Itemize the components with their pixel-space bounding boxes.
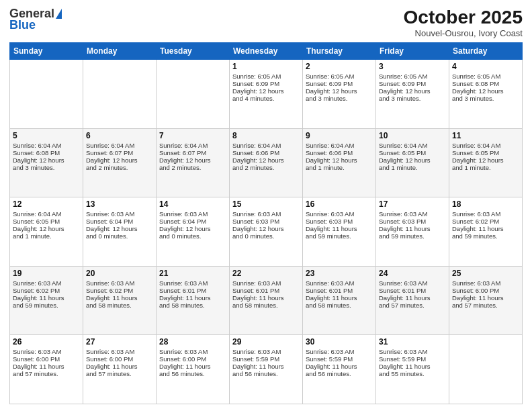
day-info: and 57 minutes. [86, 370, 153, 377]
week-row-2: 5Sunrise: 6:04 AMSunset: 6:08 PMDaylight… [10, 128, 523, 197]
day-info: Sunset: 6:03 PM [232, 218, 300, 225]
day-info: Daylight: 12 hours [232, 87, 300, 95]
calendar-cell: 27Sunrise: 6:03 AMSunset: 6:00 PMDayligh… [83, 335, 157, 404]
week-row-4: 19Sunrise: 6:03 AMSunset: 6:02 PMDayligh… [10, 266, 523, 335]
calendar-cell: 25Sunrise: 6:03 AMSunset: 6:00 PMDayligh… [449, 266, 523, 335]
logo-blue-text: Blue [9, 18, 36, 32]
day-info: Sunset: 6:08 PM [452, 80, 519, 87]
day-info: Daylight: 11 hours [13, 363, 80, 370]
day-number: 16 [306, 199, 373, 209]
day-info: Daylight: 11 hours [379, 294, 446, 302]
day-info: Daylight: 11 hours [379, 363, 446, 370]
day-number: 30 [306, 337, 373, 347]
calendar-cell: 6Sunrise: 6:04 AMSunset: 6:07 PMDaylight… [83, 128, 157, 197]
calendar-cell: 2Sunrise: 6:05 AMSunset: 6:09 PMDaylight… [303, 60, 376, 129]
day-info: and 1 minute. [452, 164, 519, 171]
day-info: Sunrise: 6:03 AM [232, 210, 300, 218]
day-info: Daylight: 12 hours [232, 156, 300, 164]
day-info: Sunset: 6:01 PM [306, 287, 373, 294]
day-info: and 1 minute. [306, 164, 373, 171]
calendar-cell: 22Sunrise: 6:03 AMSunset: 6:01 PMDayligh… [230, 266, 303, 335]
day-info: Sunset: 6:00 PM [159, 355, 226, 363]
day-info: and 59 minutes. [379, 232, 446, 240]
day-info: and 56 minutes. [159, 370, 226, 377]
header: General Blue October 2025 Nouvel-Ousrou,… [9, 7, 523, 38]
day-info: Sunrise: 6:03 AM [13, 279, 80, 287]
day-info: Sunrise: 6:03 AM [86, 348, 153, 355]
day-info: Sunrise: 6:04 AM [306, 142, 373, 149]
day-number: 1 [232, 62, 300, 71]
day-info: Sunset: 6:00 PM [452, 287, 519, 294]
calendar-cell: 4Sunrise: 6:05 AMSunset: 6:08 PMDaylight… [449, 60, 523, 129]
day-info: Sunrise: 6:04 AM [452, 142, 519, 149]
day-info: Sunrise: 6:03 AM [159, 348, 226, 355]
day-info: and 59 minutes. [306, 232, 373, 240]
day-info: Sunrise: 6:03 AM [13, 348, 80, 355]
day-info: and 56 minutes. [306, 370, 373, 377]
day-number: 2 [306, 62, 373, 71]
day-info: Sunrise: 6:05 AM [306, 73, 373, 80]
day-number: 4 [452, 62, 519, 71]
day-info: Sunset: 6:01 PM [379, 287, 446, 294]
day-info: Daylight: 11 hours [306, 294, 373, 302]
day-number: 31 [379, 337, 446, 347]
day-info: Sunset: 6:09 PM [306, 80, 373, 87]
calendar-cell: 13Sunrise: 6:03 AMSunset: 6:04 PMDayligh… [83, 197, 157, 267]
calendar-cell: 11Sunrise: 6:04 AMSunset: 6:05 PMDayligh… [449, 128, 523, 197]
day-info: and 1 minute. [13, 232, 80, 240]
calendar-cell: 1Sunrise: 6:05 AMSunset: 6:09 PMDaylight… [230, 60, 303, 129]
day-info: Daylight: 11 hours [86, 363, 153, 370]
logo-triangle-icon [56, 9, 62, 19]
day-info: Sunset: 6:01 PM [159, 287, 226, 294]
calendar-cell: 14Sunrise: 6:03 AMSunset: 6:04 PMDayligh… [157, 197, 230, 267]
day-info: Sunrise: 6:03 AM [86, 279, 153, 287]
day-number: 17 [379, 199, 446, 209]
day-header-wednesday: Wednesday [230, 43, 303, 60]
day-info: Sunset: 6:09 PM [379, 80, 446, 87]
day-info: Daylight: 12 hours [232, 225, 300, 232]
day-info: Sunset: 5:59 PM [306, 355, 373, 363]
day-info: and 58 minutes. [306, 302, 373, 309]
day-number: 20 [86, 269, 153, 278]
day-number: 25 [452, 269, 519, 278]
day-info: Sunset: 6:03 PM [379, 218, 446, 225]
day-info: and 58 minutes. [86, 302, 153, 309]
day-info: Sunrise: 6:03 AM [306, 279, 373, 287]
day-info: Sunrise: 6:03 AM [159, 210, 226, 218]
day-info: Daylight: 11 hours [452, 294, 519, 302]
day-info: Daylight: 11 hours [232, 363, 300, 370]
calendar-cell: 19Sunrise: 6:03 AMSunset: 6:02 PMDayligh… [10, 266, 83, 335]
day-info: Daylight: 12 hours [13, 225, 80, 232]
day-info: Sunrise: 6:04 AM [86, 142, 153, 149]
day-info: Sunset: 6:08 PM [13, 149, 80, 156]
day-info: Daylight: 11 hours [159, 363, 226, 370]
day-info: and 4 minutes. [232, 95, 300, 102]
calendar-cell: 26Sunrise: 6:03 AMSunset: 6:00 PMDayligh… [10, 335, 83, 404]
calendar-cell: 10Sunrise: 6:04 AMSunset: 6:05 PMDayligh… [376, 128, 449, 197]
day-number: 7 [159, 131, 226, 140]
day-info: and 3 minutes. [452, 95, 519, 102]
day-info: Sunset: 6:02 PM [13, 287, 80, 294]
calendar-cell [449, 335, 523, 404]
day-info: Sunrise: 6:03 AM [452, 279, 519, 287]
day-info: and 57 minutes. [13, 370, 80, 377]
day-header-friday: Friday [376, 43, 449, 60]
day-number: 11 [452, 131, 519, 140]
day-info: and 58 minutes. [232, 302, 300, 309]
calendar-cell: 7Sunrise: 6:04 AMSunset: 6:07 PMDaylight… [157, 128, 230, 197]
day-header-sunday: Sunday [10, 43, 83, 60]
logo: General Blue [9, 7, 62, 32]
day-info: Daylight: 12 hours [306, 87, 373, 95]
day-number: 22 [232, 269, 300, 278]
day-info: Daylight: 11 hours [159, 294, 226, 302]
week-row-1: 1Sunrise: 6:05 AMSunset: 6:09 PMDaylight… [10, 60, 523, 129]
day-number: 28 [159, 337, 226, 347]
day-info: Sunset: 6:07 PM [86, 149, 153, 156]
day-info: Sunset: 6:00 PM [86, 355, 153, 363]
day-info: Sunset: 6:05 PM [13, 218, 80, 225]
day-number: 9 [306, 131, 373, 140]
day-info: Daylight: 12 hours [159, 156, 226, 164]
day-info: Sunset: 6:05 PM [452, 149, 519, 156]
day-info: Sunset: 6:02 PM [86, 287, 153, 294]
calendar-cell: 3Sunrise: 6:05 AMSunset: 6:09 PMDaylight… [376, 60, 449, 129]
